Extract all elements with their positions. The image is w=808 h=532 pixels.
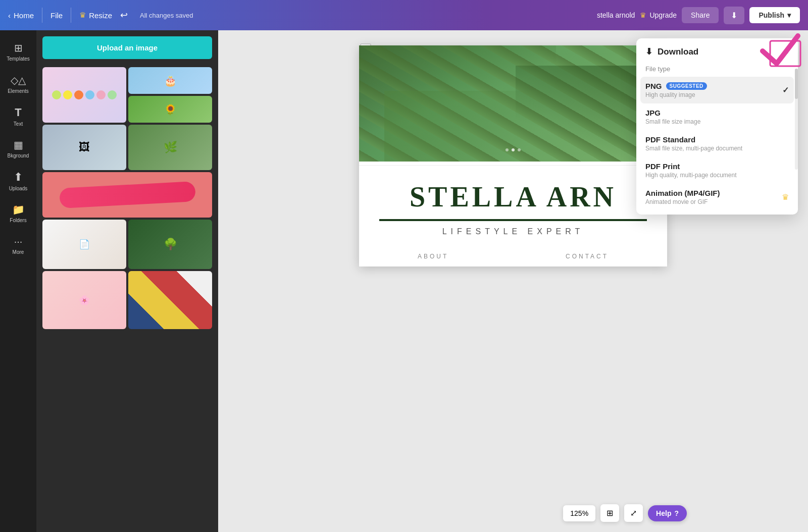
- sidebar-item-elements[interactable]: ◇△ Elements: [2, 69, 34, 99]
- list-item[interactable]: 🖼: [42, 125, 126, 170]
- upgrade-label: Upgrade: [649, 11, 677, 19]
- list-item[interactable]: 🌿: [128, 125, 212, 170]
- canvas-nav-about: ABOUT: [418, 253, 448, 260]
- sidebar-item-label-uploads: Uploads: [9, 186, 28, 191]
- home-button[interactable]: ‹ Home: [8, 11, 34, 20]
- premium-crown-icon: ♛: [782, 192, 789, 202]
- topbar-left: ‹ Home File ♛ Resize ↩ All changes saved: [8, 8, 193, 23]
- list-item[interactable]: [128, 271, 212, 329]
- canvas-content: STELLA ARN LIFESTYLE EXPERT: [359, 166, 667, 246]
- topbar-divider2: [71, 8, 71, 23]
- elements-icon: ◇△: [11, 74, 26, 86]
- file-option-pdf-print-desc: High quality, multi-page document: [645, 172, 737, 179]
- list-item[interactable]: [42, 172, 212, 218]
- left-sidebar: ⊞ Templates ◇△ Elements T Text ▦ Bkgroun…: [0, 30, 36, 532]
- folders-icon: 📁: [12, 203, 25, 216]
- canvas-divider: [379, 219, 647, 221]
- close-download-panel-button[interactable]: ×: [783, 46, 789, 57]
- file-option-pdf-standard-left: PDF Standard Small file size, multi-page…: [645, 135, 742, 152]
- sidebar-item-label-more: More: [13, 249, 24, 255]
- scroll-thumb[interactable]: [795, 69, 798, 99]
- topbar: ‹ Home File ♛ Resize ↩ All changes saved…: [0, 0, 808, 30]
- canvas-subtitle: LIFESTYLE EXPERT: [369, 227, 657, 236]
- list-item[interactable]: 🌳: [128, 220, 212, 269]
- grid-view-button[interactable]: ⊞: [600, 504, 619, 522]
- file-option-pdf-standard[interactable]: PDF Standard Small file size, multi-page…: [640, 130, 794, 157]
- file-option-png-name: PNG SUGGESTED: [645, 82, 707, 90]
- list-item[interactable]: 🌸: [42, 271, 126, 329]
- sidebar-item-label-elements: Elements: [8, 88, 29, 94]
- file-type-label: File type: [636, 63, 798, 77]
- sidebar-item-folders[interactable]: 📁 Folders: [2, 198, 34, 228]
- fullscreen-button[interactable]: ⤢: [624, 504, 643, 522]
- download-panel: ⬇ Download × File type PNG SUGGESTED Hig…: [636, 38, 798, 215]
- topbar-divider: [42, 8, 42, 23]
- canvas-header-image: [359, 45, 667, 162]
- file-option-jpg-name: JPG: [645, 109, 700, 117]
- file-option-jpg-desc: Small file size image: [645, 118, 700, 125]
- sidebar-item-label-background: Bkground: [8, 153, 29, 158]
- list-item[interactable]: 🎂: [128, 67, 212, 94]
- help-label: Help: [656, 509, 671, 517]
- undo-button[interactable]: ↩: [120, 10, 128, 21]
- canvas-bottom-nav: ABOUT CONTACT: [359, 246, 667, 267]
- zoom-indicator[interactable]: 125%: [563, 505, 595, 521]
- canvas-wrapper: STELLA ARN LIFESTYLE EXPERT ABOUT CONTAC…: [359, 45, 667, 267]
- chevron-left-icon: ‹: [8, 11, 11, 20]
- media-panel: Upload an image 🎂 🌻: [36, 30, 218, 532]
- help-icon: ?: [674, 509, 679, 517]
- upgrade-button[interactable]: ♛ Upgrade: [640, 11, 677, 19]
- file-option-animation[interactable]: Animation (MP4/GIF) Animated movie or GI…: [640, 184, 794, 210]
- chevron-down-icon: ▾: [787, 11, 791, 19]
- upload-image-button[interactable]: Upload an image: [42, 36, 212, 59]
- file-option-pdf-print-name: PDF Print: [645, 162, 737, 171]
- sidebar-item-label-folders: Folders: [10, 218, 26, 223]
- home-label: Home: [14, 11, 34, 20]
- sidebar-item-uploads[interactable]: ⬆ Uploads: [2, 166, 34, 196]
- list-item[interactable]: [42, 67, 126, 123]
- download-panel-header: ⬇ Download ×: [636, 38, 798, 63]
- share-button[interactable]: Share: [682, 7, 719, 23]
- file-option-pdf-print[interactable]: PDF Print High quality, multi-page docum…: [640, 157, 794, 184]
- list-item[interactable]: 🌻: [128, 96, 212, 123]
- sidebar-item-text[interactable]: T Text: [2, 101, 34, 131]
- topbar-right: stella arnold ♛ Upgrade Share ⬇ Publish …: [597, 7, 800, 24]
- sidebar-item-label-text: Text: [14, 121, 23, 127]
- uploads-icon: ⬆: [14, 171, 23, 184]
- scroll-track: [795, 69, 798, 170]
- file-option-png-left: PNG SUGGESTED High quality image: [645, 82, 707, 98]
- suggested-badge: SUGGESTED: [666, 82, 707, 90]
- file-option-jpg-left: JPG Small file size image: [645, 109, 700, 125]
- resize-button[interactable]: ♛ Resize: [79, 11, 112, 20]
- selected-check-icon: ✓: [782, 85, 789, 95]
- user-name: stella arnold: [597, 11, 635, 19]
- list-item[interactable]: 📄: [42, 220, 126, 269]
- more-icon: ···: [14, 236, 23, 247]
- help-button[interactable]: Help ?: [648, 505, 687, 521]
- image-grid: 🎂 🌻 🖼 🌿 📄 🌳 🌸: [36, 65, 218, 331]
- publish-label: Publish: [759, 11, 784, 19]
- file-option-animation-name: Animation (MP4/GIF): [645, 189, 720, 197]
- file-option-animation-desc: Animated movie or GIF: [645, 198, 720, 205]
- download-icon-button[interactable]: ⬇: [724, 7, 744, 24]
- bottom-toolbar: 125% ⊞ ⤢ Help ?: [563, 504, 687, 522]
- canvas-name-text: STELLA ARN: [369, 181, 657, 213]
- file-option-jpg[interactable]: JPG Small file size image: [640, 103, 794, 130]
- file-option-pdf-standard-desc: Small file size, multi-page document: [645, 145, 742, 152]
- file-button[interactable]: File: [50, 11, 63, 20]
- file-option-png-desc: High quality image: [645, 91, 707, 98]
- crown-upgrade-icon: ♛: [640, 11, 646, 19]
- file-option-png[interactable]: PNG SUGGESTED High quality image ✓: [640, 77, 794, 103]
- sidebar-item-more[interactable]: ··· More: [2, 230, 34, 260]
- sidebar-item-templates[interactable]: ⊞ Templates: [2, 36, 34, 67]
- background-icon: ▦: [14, 139, 23, 151]
- sidebar-item-background[interactable]: ▦ Bkground: [2, 133, 34, 164]
- saved-indicator: All changes saved: [140, 12, 193, 19]
- file-option-animation-left: Animation (MP4/GIF) Animated movie or GI…: [645, 189, 720, 205]
- sidebar-item-label-templates: Templates: [7, 56, 30, 62]
- download-panel-title: ⬇ Download: [645, 46, 698, 57]
- publish-button[interactable]: Publish ▾: [749, 7, 800, 23]
- file-option-pdf-standard-name: PDF Standard: [645, 135, 742, 144]
- file-options-list: PNG SUGGESTED High quality image ✓ JPG S…: [636, 77, 798, 215]
- templates-icon: ⊞: [14, 42, 23, 54]
